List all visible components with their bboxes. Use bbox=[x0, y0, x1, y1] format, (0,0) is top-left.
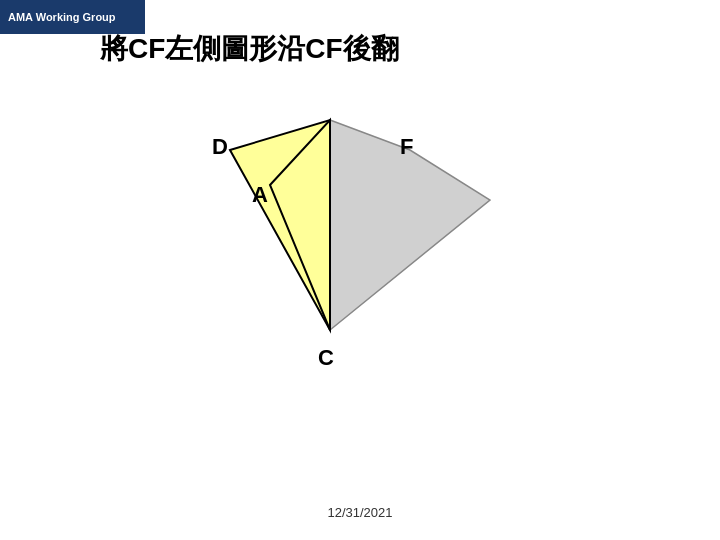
org-label: AMA Working Group bbox=[8, 11, 116, 23]
label-c: C bbox=[318, 345, 334, 370]
page-title: 將CF左側圖形沿CF後翻 bbox=[100, 30, 399, 68]
header-bar: AMA Working Group bbox=[0, 0, 145, 34]
label-f: F bbox=[400, 134, 413, 159]
footer-date: 12/31/2021 bbox=[327, 505, 392, 520]
diagram-area: D A C F bbox=[100, 70, 600, 450]
label-a: A bbox=[252, 182, 268, 207]
diagram-svg: D A C F bbox=[100, 70, 600, 440]
label-d: D bbox=[212, 134, 228, 159]
